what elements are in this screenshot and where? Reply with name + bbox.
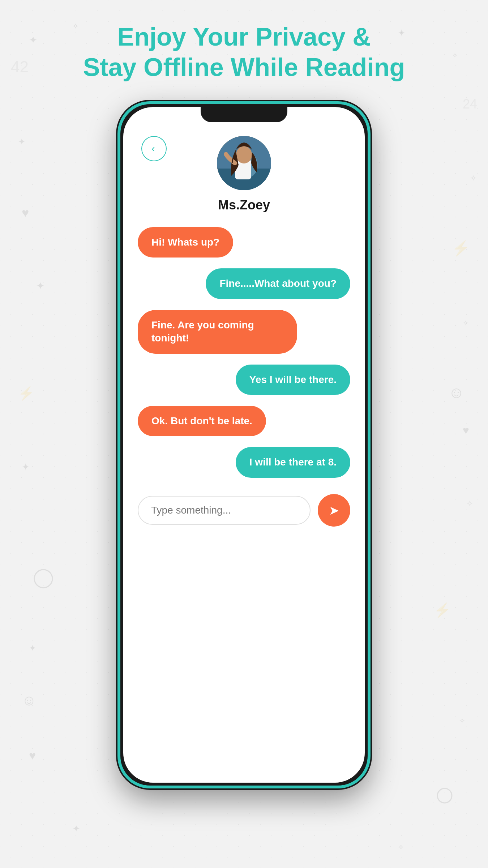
- message-input[interactable]: [138, 496, 311, 525]
- avatar-image: [217, 136, 271, 190]
- message-bubble: Yes I will be there.: [236, 365, 350, 395]
- page-title: Enjoy Your Privacy & Stay Offline While …: [0, 22, 488, 82]
- svg-point-31: [236, 146, 252, 163]
- svg-text:⚡: ⚡: [452, 239, 470, 257]
- message-text: Ok. But don't be late.: [151, 415, 252, 426]
- svg-text:✧: ✧: [459, 717, 465, 725]
- svg-text:✦: ✦: [18, 137, 25, 146]
- svg-point-22: [34, 570, 52, 588]
- svg-text:♥: ♥: [463, 424, 469, 436]
- message-row: Yes I will be there.: [138, 365, 350, 395]
- message-row: Fine.....What about you?: [138, 268, 350, 299]
- svg-text:24: 24: [463, 97, 477, 111]
- svg-text:☺: ☺: [22, 692, 37, 708]
- message-text: Fine. Are you coming tonight!: [151, 319, 254, 344]
- phone-notch: [201, 104, 287, 122]
- back-button[interactable]: ‹: [141, 136, 167, 161]
- message-text: Yes I will be there.: [249, 374, 337, 385]
- message-row: I will be there at 8.: [138, 447, 350, 477]
- message-text: Hi! Whats up?: [151, 237, 219, 248]
- send-icon: ➤: [329, 503, 339, 518]
- avatar: [217, 136, 271, 190]
- phone-screen: ‹: [123, 107, 365, 783]
- message-bubble: I will be there at 8.: [236, 447, 350, 477]
- svg-point-23: [437, 788, 452, 803]
- message-bubble: Ok. But don't be late.: [138, 406, 266, 436]
- send-button[interactable]: ➤: [318, 494, 350, 527]
- svg-text:✧: ✧: [470, 174, 476, 183]
- phone-frame: ‹: [117, 101, 371, 788]
- message-text: Fine.....What about you?: [219, 278, 337, 289]
- message-bubble: Fine. Are you coming tonight!: [138, 310, 297, 354]
- message-bubble: Fine.....What about you?: [206, 268, 350, 299]
- svg-text:♥: ♥: [22, 206, 29, 220]
- message-bubble: Hi! Whats up?: [138, 227, 233, 258]
- svg-text:⚡: ⚡: [18, 386, 34, 401]
- message-row: Fine. Are you coming tonight!: [138, 310, 350, 354]
- back-chevron-icon: ‹: [151, 144, 155, 154]
- message-row: Hi! Whats up?: [138, 227, 350, 258]
- title-line-2: Stay Offline While Reading: [22, 52, 466, 82]
- input-area: ➤: [123, 485, 365, 536]
- svg-text:✦: ✦: [72, 823, 80, 834]
- title-line-1: Enjoy Your Privacy &: [22, 22, 466, 52]
- svg-text:♥: ♥: [29, 749, 36, 762]
- svg-text:✧: ✧: [398, 843, 404, 852]
- svg-text:✦: ✦: [22, 461, 30, 472]
- svg-text:✧: ✧: [466, 499, 473, 508]
- svg-text:✦: ✦: [29, 643, 36, 653]
- contact-header: Ms.Zoey: [123, 107, 365, 220]
- chat-area: Hi! Whats up? Fine.....What about you? F…: [123, 220, 365, 485]
- svg-text:✦: ✦: [36, 280, 44, 292]
- message-row: Ok. But don't be late.: [138, 406, 350, 436]
- contact-name: Ms.Zoey: [218, 197, 270, 213]
- message-text: I will be there at 8.: [249, 456, 337, 468]
- svg-text:☺: ☺: [448, 383, 465, 401]
- svg-text:✧: ✧: [463, 319, 469, 327]
- svg-text:⚡: ⚡: [434, 602, 451, 618]
